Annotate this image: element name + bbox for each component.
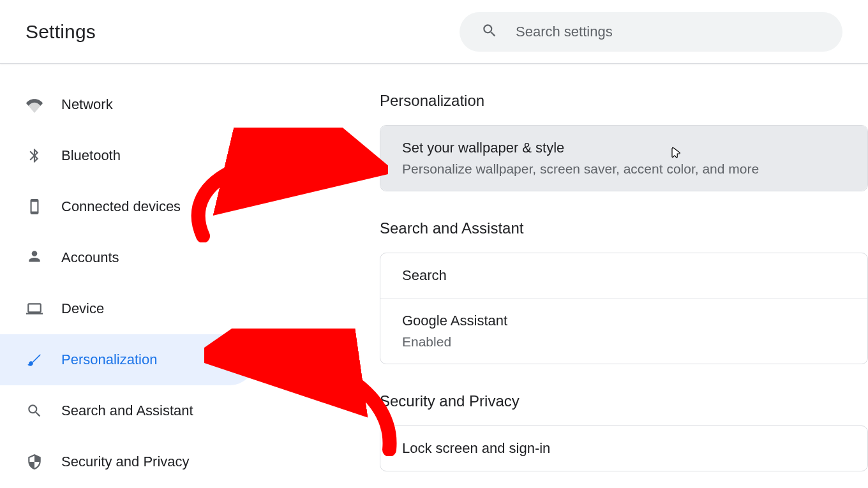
sidebar: Network Bluetooth Connected devices Acco… — [0, 64, 255, 488]
sidebar-item-label: Security and Privacy — [61, 454, 190, 470]
topbar: Settings — [0, 0, 868, 64]
row-lock-screen[interactable]: Lock screen and sign-in — [380, 426, 867, 471]
laptop-icon — [26, 300, 43, 318]
bluetooth-icon — [26, 147, 43, 165]
section-title-personalization: Personalization — [380, 92, 868, 110]
search-icon — [481, 22, 498, 41]
row-primary: Set your wallpaper & style — [402, 140, 846, 156]
row-primary: Lock screen and sign-in — [402, 440, 846, 457]
card-personalization: Set your wallpaper & style Personalize w… — [380, 125, 868, 191]
search-bar[interactable] — [460, 12, 842, 52]
row-primary: Google Assistant — [402, 313, 846, 329]
main-content: Personalization Set your wallpaper & sty… — [255, 64, 868, 488]
sidebar-item-label: Network — [61, 96, 113, 113]
row-secondary: Enabled — [402, 334, 846, 350]
search-wrap — [460, 12, 842, 52]
row-secondary: Personalize wallpaper, screen saver, acc… — [402, 161, 846, 177]
sidebar-item-bluetooth[interactable]: Bluetooth — [0, 130, 255, 181]
sidebar-item-search-assistant[interactable]: Search and Assistant — [0, 385, 255, 436]
person-icon — [26, 249, 43, 267]
section-title-search-assistant: Search and Assistant — [380, 219, 868, 237]
shield-icon — [26, 453, 43, 471]
row-search[interactable]: Search — [380, 253, 867, 298]
row-google-assistant[interactable]: Google Assistant Enabled — [380, 298, 867, 364]
sidebar-item-security[interactable]: Security and Privacy — [0, 436, 255, 487]
sidebar-item-label: Personalization — [61, 351, 157, 368]
sidebar-item-label: Bluetooth — [61, 147, 121, 164]
sidebar-item-label: Device — [61, 300, 104, 317]
sidebar-item-device[interactable]: Device — [0, 283, 255, 334]
wifi-icon — [26, 96, 43, 114]
search-icon — [26, 402, 43, 420]
sidebar-item-connected-devices[interactable]: Connected devices — [0, 181, 255, 232]
sidebar-item-personalization[interactable]: Personalization — [0, 334, 255, 385]
row-wallpaper-style[interactable]: Set your wallpaper & style Personalize w… — [380, 126, 867, 191]
sidebar-item-label: Accounts — [61, 249, 119, 266]
sidebar-item-label: Search and Assistant — [61, 403, 193, 419]
page-title: Settings — [26, 21, 96, 43]
phone-icon — [26, 198, 43, 216]
sidebar-item-network[interactable]: Network — [0, 79, 255, 130]
search-input[interactable] — [516, 24, 821, 40]
section-title-security-privacy: Security and Privacy — [380, 392, 868, 410]
row-primary: Search — [402, 267, 846, 284]
sidebar-item-accounts[interactable]: Accounts — [0, 232, 255, 283]
brush-icon — [26, 351, 43, 369]
card-security-privacy: Lock screen and sign-in — [380, 425, 868, 471]
sidebar-item-label: Connected devices — [61, 198, 181, 215]
card-search-assistant: Search Google Assistant Enabled — [380, 253, 868, 364]
